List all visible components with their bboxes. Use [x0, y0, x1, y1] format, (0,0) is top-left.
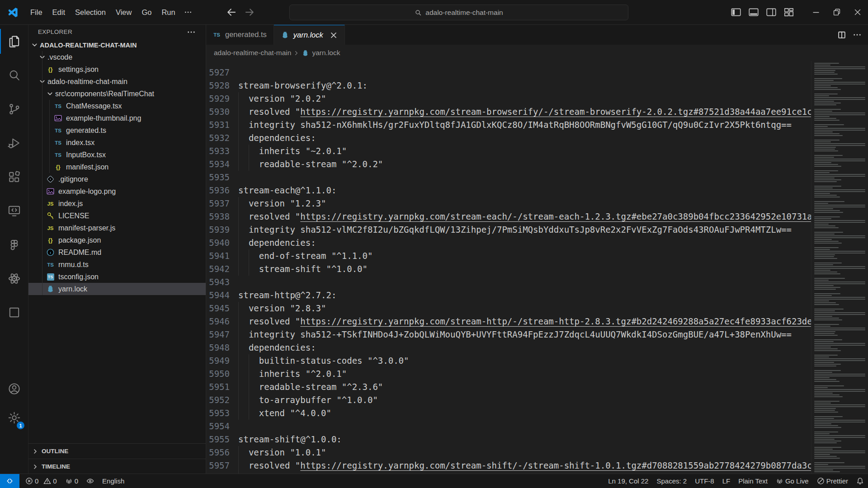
- code-line[interactable]: 5935: [206, 171, 811, 184]
- activity-accounts[interactable]: [0, 374, 28, 403]
- explorer-more-actions-button[interactable]: [187, 28, 196, 37]
- tree-item-adalo-realtime-chat-main[interactable]: ADALO-REALTIME-CHAT-MAIN: [28, 39, 206, 51]
- code-line[interactable]: 5948 dependencies:: [206, 341, 811, 354]
- code-line[interactable]: 5939 integrity sha512-vlMC2f8I2u/bZGqkdf…: [206, 223, 811, 236]
- sidebar-section-timeline[interactable]: TIMELINE: [28, 459, 206, 474]
- activity-react-devtools[interactable]: [0, 262, 28, 296]
- activity-extensions[interactable]: [0, 160, 28, 194]
- tree-item-chatmessage.tsx[interactable]: TSChatMessage.tsx: [28, 100, 206, 112]
- tree-item-adalo-realtime-chat-main[interactable]: adalo-realtime-chat-main: [28, 75, 206, 88]
- code-line[interactable]: 5943: [206, 276, 811, 289]
- close-icon[interactable]: [330, 31, 338, 39]
- close-button[interactable]: [847, 0, 868, 24]
- status-problems[interactable]: 00: [21, 474, 61, 488]
- split-editor-icon[interactable]: [837, 30, 846, 39]
- code-line[interactable]: 5956 version "1.0.1": [206, 446, 811, 459]
- restore-button[interactable]: [826, 0, 847, 24]
- activity-live-preview[interactable]: [0, 296, 28, 329]
- minimap[interactable]: [811, 61, 868, 474]
- activity-source-control[interactable]: [0, 92, 28, 126]
- menu-go[interactable]: Go: [137, 0, 156, 24]
- activity-figma[interactable]: [0, 228, 28, 262]
- code-line[interactable]: 5931 integrity sha512-nX6hmklHs/gr2FuxYD…: [206, 118, 811, 131]
- layout-panel-button[interactable]: [748, 6, 760, 18]
- code-area[interactable]: 59275928stream-browserify@^2.0.1:5929 ve…: [206, 66, 811, 474]
- status-indentation[interactable]: Spaces: 2: [652, 474, 691, 488]
- status-eol[interactable]: LF: [718, 474, 735, 488]
- status-language-mode[interactable]: Plain Text: [734, 474, 772, 488]
- code-line[interactable]: 5932 dependencies:: [206, 131, 811, 145]
- menu-run[interactable]: Run: [156, 0, 180, 24]
- tab-generated-ts[interactable]: TS generated.ts: [206, 24, 274, 45]
- status-notifications[interactable]: [852, 474, 868, 488]
- sidebar-section-outline[interactable]: OUTLINE: [28, 443, 206, 459]
- tree-item-rnmu.d.ts[interactable]: TSrnmu.d.ts: [28, 258, 206, 271]
- tree-item-tsconfig.json[interactable]: TStsconfig.json: [28, 271, 206, 283]
- status-cursor-position[interactable]: Ln 19, Col 22: [604, 474, 652, 488]
- menu-view[interactable]: View: [111, 0, 137, 24]
- tree-item-index.js[interactable]: JSindex.js: [28, 197, 206, 210]
- breadcrumb-item[interactable]: yarn.lock: [302, 49, 340, 57]
- tree-item-src-components-realtimechat[interactable]: src\components\RealTimeChat: [28, 88, 206, 100]
- tree-item-.gitignore[interactable]: .gitignore: [28, 173, 206, 185]
- status-prettier[interactable]: Prettier: [813, 474, 852, 488]
- code-line[interactable]: 5957 resolved "https://registry.yarnpkg.…: [206, 459, 811, 472]
- tree-item-example-thumbnail.png[interactable]: example-thumbnail.png: [28, 112, 206, 124]
- tab-yarn-lock[interactable]: yarn.lock: [274, 24, 345, 45]
- status-ports[interactable]: 0: [61, 474, 82, 488]
- activity-run-and-debug[interactable]: [0, 126, 28, 160]
- code-line[interactable]: 5953 xtend "^4.0.0": [206, 407, 811, 420]
- layout-sidebar-left-button[interactable]: [730, 6, 742, 18]
- tree-item-inputbox.tsx[interactable]: TSInputBox.tsx: [28, 149, 206, 161]
- breadcrumb-item[interactable]: adalo-realtime-chat-main: [214, 49, 291, 57]
- code-line[interactable]: 5945 version "2.8.3": [206, 302, 811, 315]
- status-spell-checker-language[interactable]: English: [98, 474, 128, 488]
- code-line[interactable]: 5937 version "1.2.3": [206, 197, 811, 210]
- code-line[interactable]: 5941 end-of-stream "^1.1.0": [206, 249, 811, 263]
- code-line[interactable]: 5927: [206, 66, 811, 79]
- code-line[interactable]: 5944stream-http@^2.7.2:: [206, 289, 811, 302]
- code-line[interactable]: 5955stream-shift@^1.0.0:: [206, 433, 811, 446]
- code-line[interactable]: 5936stream-each@^1.1.0:: [206, 184, 811, 197]
- code-line[interactable]: 5940 dependencies:: [206, 236, 811, 249]
- code-line[interactable]: 5928stream-browserify@^2.0.1:: [206, 79, 811, 92]
- code-line[interactable]: 5954: [206, 420, 811, 433]
- status-screencast[interactable]: [82, 474, 98, 488]
- tree-item-license[interactable]: LICENSE: [28, 210, 206, 222]
- tree-item-settings.json[interactable]: {}settings.json: [28, 63, 206, 75]
- menu-overflow-button[interactable]: [180, 5, 196, 20]
- tree-item-yarn.lock[interactable]: yarn.lock: [28, 283, 206, 295]
- layout-sidebar-right-button[interactable]: [765, 6, 777, 18]
- status-remote[interactable]: [0, 474, 19, 488]
- tree-item-package.json[interactable]: {}package.json: [28, 234, 206, 246]
- more-icon[interactable]: [853, 30, 862, 39]
- command-center-search[interactable]: adalo-realtime-chat-main: [289, 5, 628, 20]
- code-line[interactable]: 5934 readable-stream "^2.0.2": [206, 158, 811, 171]
- code-line[interactable]: 5942 stream-shift "^1.0.0": [206, 263, 811, 276]
- code-line[interactable]: 5946 resolved "https://registry.yarnpkg.…: [206, 315, 811, 328]
- editor-pane[interactable]: 59275928stream-browserify@^2.0.1:5929 ve…: [206, 61, 868, 474]
- menu-file[interactable]: File: [25, 0, 47, 24]
- go-forward-button[interactable]: [244, 6, 255, 18]
- tree-item-example-logo.png[interactable]: example-logo.png: [28, 185, 206, 197]
- menu-selection[interactable]: Selection: [70, 0, 111, 24]
- tree-item-.vscode[interactable]: .vscode: [28, 51, 206, 63]
- code-line[interactable]: 5952 to-arraybuffer "^1.0.0": [206, 394, 811, 407]
- tree-item-index.tsx[interactable]: TSindex.tsx: [28, 136, 206, 149]
- layout-grid-button[interactable]: [783, 6, 795, 18]
- go-back-button[interactable]: [226, 6, 237, 18]
- tree-item-generated.ts[interactable]: TSgenerated.ts: [28, 124, 206, 136]
- tree-item-manifest-parser.js[interactable]: JSmanifest-parser.js: [28, 222, 206, 234]
- code-line[interactable]: 5930 resolved "https://registry.yarnpkg.…: [206, 105, 811, 118]
- activity-explorer[interactable]: [0, 24, 28, 58]
- code-line[interactable]: 5947 integrity sha512-+TSkfINHDo4J+ZobQL…: [206, 328, 811, 341]
- status-go-live[interactable]: Go Live: [772, 474, 813, 488]
- activity-search[interactable]: [0, 58, 28, 92]
- tree-item-readme.md[interactable]: README.md: [28, 246, 206, 258]
- code-line[interactable]: 5938 resolved "https://registry.yarnpkg.…: [206, 210, 811, 223]
- activity-remote-explorer[interactable]: [0, 194, 28, 228]
- tree-item-manifest.json[interactable]: {}manifest.json: [28, 161, 206, 173]
- code-line[interactable]: 5950 inherits "^2.0.1": [206, 367, 811, 380]
- code-line[interactable]: 5933 inherits "~2.0.1": [206, 145, 811, 158]
- menu-edit[interactable]: Edit: [47, 0, 70, 24]
